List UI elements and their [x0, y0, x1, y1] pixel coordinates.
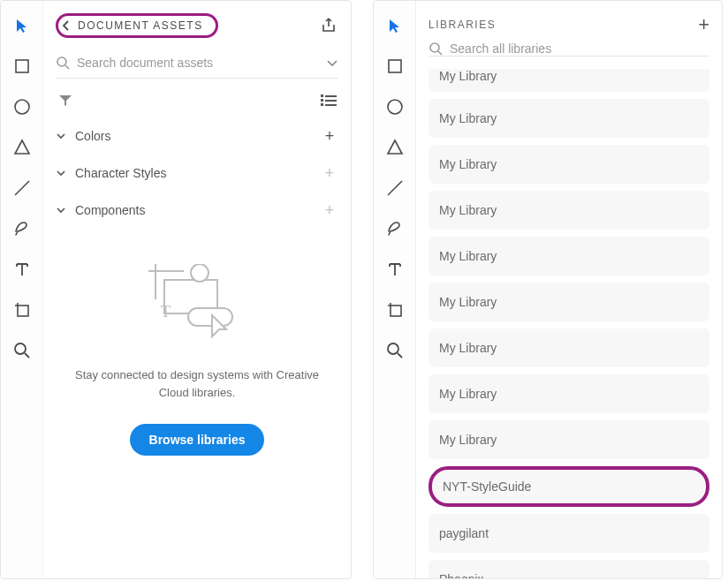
svg-rect-25	[391, 306, 401, 316]
svg-rect-0	[16, 60, 28, 72]
svg-rect-3	[18, 306, 28, 316]
library-item[interactable]: My Library	[428, 69, 709, 92]
add-component-button[interactable]: +	[321, 201, 338, 220]
library-item[interactable]: Phoenix	[428, 560, 709, 578]
browse-libraries-button[interactable]: Browse libraries	[130, 424, 265, 456]
library-item[interactable]: paygilant	[428, 514, 709, 553]
library-item[interactable]: My Library	[428, 237, 709, 275]
library-item[interactable]: My Library	[428, 191, 709, 230]
rectangle-tool-icon[interactable]	[383, 54, 407, 79]
rectangle-tool-icon[interactable]	[10, 54, 34, 79]
svg-point-19	[191, 264, 209, 282]
tool-bar	[1, 1, 43, 578]
document-assets-panel: DOCUMENT ASSETS	[0, 0, 352, 579]
artboard-tool-icon[interactable]	[383, 298, 407, 322]
section-character-styles[interactable]: Character Styles +	[56, 155, 338, 192]
zoom-tool-icon[interactable]	[383, 338, 407, 363]
pen-tool-icon[interactable]	[383, 216, 407, 241]
chevron-left-icon	[62, 19, 71, 32]
section-components[interactable]: Components +	[56, 192, 338, 229]
library-item[interactable]: My Library	[428, 328, 709, 367]
select-tool-icon[interactable]	[383, 13, 407, 38]
panel-title: DOCUMENT ASSETS	[78, 19, 203, 32]
svg-rect-11	[325, 95, 337, 97]
chevron-down-icon[interactable]	[326, 57, 338, 69]
chevron-down-icon	[56, 168, 66, 178]
libraries-title: LIBRARIES	[428, 19, 496, 31]
artboard-tool-icon[interactable]	[10, 298, 34, 322]
section-label: Components	[75, 203, 145, 217]
library-item[interactable]: My Library	[428, 99, 709, 138]
section-label: Character Styles	[75, 166, 166, 180]
svg-line-2	[15, 181, 29, 195]
add-library-button[interactable]: +	[698, 13, 709, 36]
svg-rect-21	[188, 308, 232, 326]
svg-rect-12	[321, 99, 323, 102]
empty-state: T Stay connected to design systems with …	[56, 229, 338, 456]
list-view-icon[interactable]	[319, 91, 338, 110]
svg-rect-13	[325, 100, 337, 102]
text-tool-icon[interactable]	[10, 257, 34, 282]
chevron-down-icon	[56, 205, 66, 215]
libraries-search-input[interactable]	[450, 42, 709, 56]
polygon-tool-icon[interactable]	[383, 135, 407, 160]
libraries-search-row	[428, 42, 709, 57]
library-item[interactable]: My Library	[428, 283, 709, 321]
svg-point-8	[57, 57, 66, 66]
select-tool-icon[interactable]	[10, 13, 34, 38]
svg-rect-15	[325, 104, 337, 106]
libraries-art-icon: T	[148, 264, 246, 343]
zoom-tool-icon[interactable]	[10, 338, 34, 363]
svg-line-29	[398, 353, 402, 358]
svg-point-30	[430, 43, 439, 52]
svg-rect-14	[321, 103, 323, 106]
library-item[interactable]: My Library	[428, 420, 709, 459]
empty-state-text: Stay connected to design systems with Cr…	[64, 366, 330, 401]
svg-point-28	[388, 343, 398, 354]
library-item[interactable]: My Library	[428, 374, 709, 413]
svg-point-23	[388, 100, 402, 114]
search-icon	[428, 42, 443, 56]
svg-rect-22	[389, 60, 401, 72]
add-color-button[interactable]: +	[321, 127, 338, 146]
pen-tool-icon[interactable]	[10, 216, 34, 241]
svg-line-9	[65, 65, 69, 69]
svg-point-1	[15, 100, 29, 114]
search-icon	[56, 56, 70, 70]
polygon-tool-icon[interactable]	[10, 135, 34, 160]
libraries-list: My Library My Library My Library My Libr…	[428, 62, 709, 578]
svg-rect-10	[321, 94, 323, 97]
svg-line-7	[25, 353, 29, 358]
search-input[interactable]	[77, 56, 319, 70]
tool-bar	[374, 1, 416, 578]
ellipse-tool-icon[interactable]	[10, 94, 34, 119]
line-tool-icon[interactable]	[383, 176, 407, 200]
text-tool-icon[interactable]	[383, 257, 407, 282]
svg-line-24	[388, 181, 402, 195]
libraries-panel: LIBRARIES + My Library My Library My Lib…	[373, 0, 723, 579]
ellipse-tool-icon[interactable]	[383, 94, 407, 119]
share-icon[interactable]	[319, 16, 338, 35]
chevron-down-icon	[56, 131, 66, 141]
section-colors[interactable]: Colors +	[56, 117, 338, 155]
svg-text:T: T	[161, 303, 171, 321]
svg-line-31	[438, 51, 442, 55]
section-label: Colors	[75, 129, 110, 143]
back-to-document-assets[interactable]: DOCUMENT ASSETS	[56, 13, 218, 38]
filter-icon[interactable]	[56, 91, 75, 110]
svg-point-6	[15, 343, 26, 354]
line-tool-icon[interactable]	[10, 176, 34, 200]
add-charstyle-button[interactable]: +	[321, 164, 338, 183]
library-item[interactable]: My Library	[428, 145, 709, 184]
library-item-nyt-styleguide[interactable]: NYT-StyleGuide	[428, 466, 709, 507]
search-row	[56, 47, 338, 79]
